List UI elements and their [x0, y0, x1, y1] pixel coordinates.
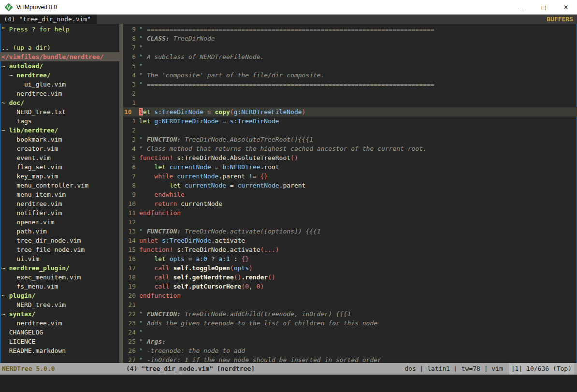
- code-line[interactable]: 5": [123, 61, 577, 71]
- tree-item[interactable]: CHANGELOG: [0, 328, 119, 337]
- tree-item[interactable]: </vimfiles/bundle/nerdtree/: [0, 52, 119, 61]
- tree-text: path.vim: [1, 227, 47, 236]
- tree-item[interactable]: exec_menuitem.vim: [0, 273, 119, 282]
- line-number: 7: [123, 43, 136, 52]
- code-text: " FUNCTION: TreeDirNode.activate([option…: [136, 227, 321, 236]
- tree-item[interactable]: ~ nerdtree_plugin/: [0, 263, 119, 273]
- code-line[interactable]: 9 endwhile: [123, 190, 577, 199]
- code-line[interactable]: 27" -inOrder: 1 if the new node should b…: [123, 355, 577, 363]
- code-line[interactable]: 23" Adds the given treenode to the list …: [123, 319, 577, 328]
- code-line[interactable]: 3" FUNCTION: TreeDirNode.AbsoluteTreeRoo…: [123, 135, 577, 144]
- window-vertical-separator[interactable]: [119, 24, 123, 363]
- code-text: let g:NERDTreeDirNode = s:TreeDirNode: [136, 116, 279, 126]
- code-line[interactable]: 4" Class method that returns the highest…: [123, 144, 577, 153]
- code-line[interactable]: 2: [123, 126, 577, 135]
- code-line[interactable]: 22" FUNCTION: TreeDirNode.addChild(treen…: [123, 309, 577, 319]
- line-number: 2: [123, 126, 136, 135]
- code-line[interactable]: 1: [123, 98, 577, 107]
- code-line[interactable]: 7": [123, 43, 577, 52]
- code-line[interactable]: 8" CLASS: TreeDirNode: [123, 34, 577, 43]
- code-line[interactable]: 26" -treenode: the node to add: [123, 346, 577, 355]
- tree-text: LICENCE: [1, 337, 35, 346]
- tree-text: " Press ? for help: [1, 25, 70, 34]
- tree-item[interactable]: .. (up a dir): [0, 43, 119, 52]
- code-line[interactable]: 5function! s:TreeDirNode.AbsoluteTreeRoo…: [123, 153, 577, 162]
- code-line[interactable]: 6" A subclass of NERDTreeFileNode.: [123, 52, 577, 61]
- tree-item[interactable]: README.markdown: [0, 346, 119, 355]
- vim-logo-icon: [4, 3, 13, 12]
- command-line[interactable]: [0, 375, 577, 392]
- line-number: 9: [123, 190, 136, 199]
- tree-item[interactable]: ~ nerdtree/: [0, 71, 119, 80]
- tree-item[interactable]: tags: [0, 116, 119, 126]
- cursor-position-info: |1| 10/636 (Top): [509, 363, 574, 375]
- tree-item[interactable]: event.vim: [0, 153, 119, 162]
- tree-item[interactable]: ~ doc/: [0, 98, 119, 107]
- tree-item[interactable]: flag_set.vim: [0, 162, 119, 172]
- tree-item[interactable]: fs_menu.vim: [0, 282, 119, 291]
- code-line[interactable]: 6 let currentNode = b:NERDTree.root: [123, 162, 577, 172]
- tree-item[interactable]: " Press ? for help: [0, 25, 119, 34]
- code-line[interactable]: 12: [123, 218, 577, 227]
- tree-item[interactable]: LICENCE: [0, 337, 119, 346]
- code-line[interactable]: 4" The 'composite' part of the file/dir …: [123, 71, 577, 80]
- tree-item[interactable]: menu_controller.vim: [0, 181, 119, 190]
- tree-item[interactable]: path.vim: [0, 227, 119, 236]
- line-number: 11: [123, 208, 136, 218]
- code-line[interactable]: 15function! s:TreeDirNode.activate(...): [123, 245, 577, 254]
- tree-item[interactable]: ui_glue.vim: [0, 80, 119, 89]
- tree-item[interactable]: menu_item.vim: [0, 190, 119, 199]
- close-button[interactable]: ✕: [555, 0, 577, 15]
- code-line[interactable]: 17 call self.toggleOpen(opts): [123, 263, 577, 273]
- tree-item[interactable]: nerdtree.vim: [0, 319, 119, 328]
- code-line[interactable]: 7 while currentNode.parent != {}: [123, 172, 577, 181]
- code-line[interactable]: 1let g:NERDTreeDirNode = s:TreeDirNode: [123, 116, 577, 126]
- code-line[interactable]: 9" =====================================…: [123, 25, 577, 34]
- code-line[interactable]: 14unlet s:TreeDirNode.activate: [123, 236, 577, 245]
- minimize-button[interactable]: –: [510, 0, 533, 15]
- code-text: let s:TreeDirNode = copy(g:NERDTreeFileN…: [136, 107, 305, 116]
- code-line[interactable]: 18 call self.getNerdtree().render(): [123, 273, 577, 282]
- tree-item[interactable]: bookmark.vim: [0, 135, 119, 144]
- tree-item[interactable]: nerdtree.vim: [0, 199, 119, 208]
- code-line[interactable]: 21: [123, 300, 577, 309]
- code-text: " The 'composite' part of the file/dir c…: [136, 71, 325, 80]
- code-line[interactable]: 10let s:TreeDirNode = copy(g:NERDTreeFil…: [123, 107, 577, 116]
- tree-item[interactable]: tree_file_node.vim: [0, 245, 119, 254]
- tree-text: NERD_tree.txt: [1, 107, 66, 116]
- maximize-button[interactable]: □: [533, 0, 555, 15]
- tree-item[interactable]: key_map.vim: [0, 172, 119, 181]
- line-number: 3: [123, 135, 136, 144]
- code-line[interactable]: 11endfunction: [123, 208, 577, 218]
- code-text: " FUNCTION: TreeDirNode.AbsoluteTreeRoot…: [136, 135, 313, 144]
- tree-item[interactable]: ~ autoload/: [0, 61, 119, 71]
- code-line[interactable]: 13" FUNCTION: TreeDirNode.activate([opti…: [123, 227, 577, 236]
- tree-item[interactable]: ~ syntax/: [0, 309, 119, 319]
- tree-item[interactable]: tree_dir_node.vim: [0, 236, 119, 245]
- code-line[interactable]: 16 let opts = a:0 ? a:1 : {}: [123, 254, 577, 263]
- tree-item[interactable]: NERD_tree.vim: [0, 300, 119, 309]
- code-line[interactable]: 24": [123, 328, 577, 337]
- code-line[interactable]: 10 return currentNode: [123, 199, 577, 208]
- code-text: " FUNCTION: TreeDirNode.addChild(treenod…: [136, 309, 351, 319]
- code-line[interactable]: 2: [123, 89, 577, 98]
- tree-item[interactable]: opener.vim: [0, 218, 119, 227]
- code-line[interactable]: 8 let currentNode = currentNode.parent: [123, 181, 577, 190]
- tree-item[interactable]: nerdtree.vim: [0, 89, 119, 98]
- tab-tree-dir-node[interactable]: (4) "tree_dir_node.vim": [0, 15, 97, 24]
- tree-item[interactable]: NERD_tree.txt: [0, 107, 119, 116]
- code-line[interactable]: 3" =====================================…: [123, 80, 577, 89]
- code-line[interactable]: 25" Args:: [123, 337, 577, 346]
- tree-item[interactable]: creator.vim: [0, 144, 119, 153]
- tree-item[interactable]: ~ plugin/: [0, 291, 119, 300]
- tree-text: fs_menu.vim: [1, 282, 58, 291]
- tree-text: ~ nerdtree/: [1, 71, 51, 80]
- tree-item[interactable]: [0, 34, 119, 43]
- tree-item[interactable]: notifier.vim: [0, 208, 119, 218]
- tree-item[interactable]: ui.vim: [0, 254, 119, 263]
- tree-item[interactable]: ~ lib/nerdtree/: [0, 126, 119, 135]
- line-number: 13: [123, 227, 136, 236]
- tree-text: tree_file_node.vim: [1, 245, 85, 254]
- code-line[interactable]: 19 call self.putCursorHere(0, 0): [123, 282, 577, 291]
- code-line[interactable]: 20endfunction: [123, 291, 577, 300]
